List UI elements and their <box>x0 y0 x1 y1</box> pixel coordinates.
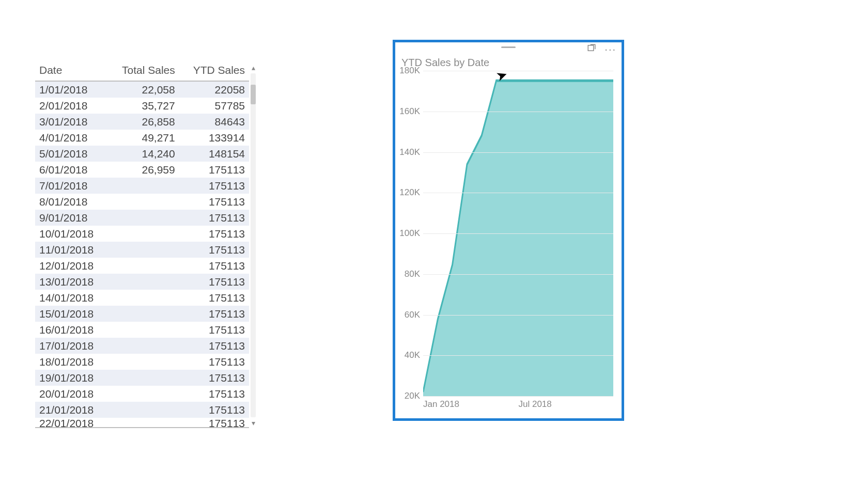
col-ytd-sales[interactable]: YTD Sales <box>179 62 249 81</box>
table-row[interactable]: 16/01/2018175113 <box>35 322 249 338</box>
table-row[interactable]: 10/01/2018175113 <box>35 226 249 242</box>
cell-total <box>108 306 179 322</box>
table-row[interactable]: 6/01/201826,959175113 <box>35 162 249 178</box>
cell-ytd: 175113 <box>179 322 249 338</box>
cell-date: 4/01/2018 <box>35 130 108 146</box>
cell-date: 11/01/2018 <box>35 242 108 258</box>
grid-line <box>423 233 613 234</box>
table-row[interactable]: 11/01/2018175113 <box>35 242 249 258</box>
cell-date: 1/01/2018 <box>35 81 108 98</box>
cell-ytd: 22058 <box>179 81 249 98</box>
sales-table-body: Date Total Sales YTD Sales 1/01/201822,0… <box>35 62 249 429</box>
x-axis-ticks: Jan 2018 Jul 2018 . <box>423 399 613 410</box>
table-row[interactable]: 22/01/2018175113 <box>35 418 249 428</box>
table-row[interactable]: 9/01/2018175113 <box>35 210 249 226</box>
ytd-chart-visual[interactable]: ··· YTD Sales by Date 180K160K140K120K10… <box>393 40 624 421</box>
cell-total <box>108 354 179 370</box>
cell-total <box>108 258 179 274</box>
table-row[interactable]: 12/01/2018175113 <box>35 258 249 274</box>
cell-ytd: 84643 <box>179 114 249 130</box>
cell-date: 7/01/2018 <box>35 178 108 194</box>
cell-date: 8/01/2018 <box>35 194 108 210</box>
cell-date: 10/01/2018 <box>35 226 108 242</box>
grid-line <box>423 396 613 397</box>
table-row[interactable]: 14/01/2018175113 <box>35 290 249 306</box>
drag-handle-icon[interactable] <box>501 46 516 48</box>
table-row[interactable]: 18/01/2018175113 <box>35 354 249 370</box>
cell-total: 35,727 <box>108 98 179 114</box>
scroll-down-icon[interactable]: ▾ <box>252 419 255 427</box>
more-options-icon[interactable]: ··· <box>605 45 616 53</box>
total-label: Total <box>35 428 108 429</box>
table-row[interactable]: 15/01/2018175113 <box>35 306 249 322</box>
grid-line <box>423 152 613 153</box>
table-row[interactable]: 2/01/201835,72757785 <box>35 98 249 114</box>
y-tick: 60K <box>395 310 420 320</box>
grid-line <box>423 315 613 316</box>
cell-ytd: 175113 <box>179 210 249 226</box>
sales-table-visual[interactable]: Date Total Sales YTD Sales 1/01/201822,0… <box>35 62 257 429</box>
scroll-up-icon[interactable]: ▴ <box>252 64 255 71</box>
cell-total <box>108 322 179 338</box>
col-total-sales[interactable]: Total Sales <box>108 62 179 81</box>
cell-ytd: 175113 <box>179 178 249 194</box>
scroll-thumb[interactable] <box>251 85 256 104</box>
cell-ytd: 175113 <box>179 354 249 370</box>
cell-total: 26,959 <box>108 162 179 178</box>
y-tick: 140K <box>395 147 420 158</box>
cell-total <box>108 178 179 194</box>
cell-ytd: 175113 <box>179 402 249 418</box>
cell-date: 19/01/2018 <box>35 370 108 386</box>
cell-date: 9/01/2018 <box>35 210 108 226</box>
cell-date: 15/01/2018 <box>35 306 108 322</box>
cell-ytd: 175113 <box>179 242 249 258</box>
table-row[interactable]: 1/01/201822,05822058 <box>35 81 249 98</box>
cell-total: 22,058 <box>108 81 179 98</box>
y-tick: 160K <box>395 106 420 117</box>
grid-line <box>423 193 613 193</box>
cell-ytd: 175113 <box>179 258 249 274</box>
cell-total <box>108 274 179 290</box>
cell-ytd: 175113 <box>179 274 249 290</box>
chart-header[interactable]: ··· <box>395 42 622 52</box>
sales-table: Date Total Sales YTD Sales 1/01/201822,0… <box>35 62 249 429</box>
table-row[interactable]: 13/01/2018175113 <box>35 274 249 290</box>
cell-ytd: 175113 <box>179 226 249 242</box>
grid-line <box>423 355 613 356</box>
table-row[interactable]: 19/01/2018175113 <box>35 370 249 386</box>
y-tick: 20K <box>395 391 420 401</box>
cell-total <box>108 290 179 306</box>
grid-line <box>423 71 613 71</box>
table-scrollbar[interactable]: ▴ ▾ <box>249 62 257 429</box>
table-row[interactable]: 4/01/201849,271133914 <box>35 130 249 146</box>
table-row[interactable]: 3/01/201826,85884643 <box>35 114 249 130</box>
total-row: Total 175,113 175113 <box>35 428 249 429</box>
x-tick: Jul 2018 <box>518 399 551 410</box>
y-tick: 40K <box>395 350 420 360</box>
grid-line <box>423 274 613 275</box>
table-row[interactable]: 20/01/2018175113 <box>35 386 249 402</box>
table-row[interactable]: 21/01/2018175113 <box>35 402 249 418</box>
focus-mode-icon[interactable] <box>587 43 596 55</box>
cell-total <box>108 338 179 354</box>
cell-ytd: 175113 <box>179 194 249 210</box>
y-tick: 80K <box>395 269 420 279</box>
cell-ytd: 175113 <box>179 338 249 354</box>
table-row[interactable]: 7/01/2018175113 <box>35 178 249 194</box>
table-row[interactable]: 17/01/2018175113 <box>35 338 249 354</box>
scroll-track[interactable] <box>251 73 256 417</box>
cell-ytd: 175113 <box>179 290 249 306</box>
cell-total <box>108 210 179 226</box>
cell-ytd: 175113 <box>179 386 249 402</box>
cell-date: 22/01/2018 <box>35 418 108 428</box>
chart-plot-area[interactable]: 180K160K140K120K100K80K60K40K20K <box>423 71 613 396</box>
grid-line <box>423 112 613 112</box>
x-tick: Jan 2018 <box>423 399 459 410</box>
table-row[interactable]: 8/01/2018175113 <box>35 194 249 210</box>
cell-ytd: 133914 <box>179 130 249 146</box>
cell-total <box>108 226 179 242</box>
table-row[interactable]: 5/01/201814,240148154 <box>35 146 249 162</box>
col-date[interactable]: Date <box>35 62 108 81</box>
cell-total <box>108 370 179 386</box>
cell-total: 26,858 <box>108 114 179 130</box>
